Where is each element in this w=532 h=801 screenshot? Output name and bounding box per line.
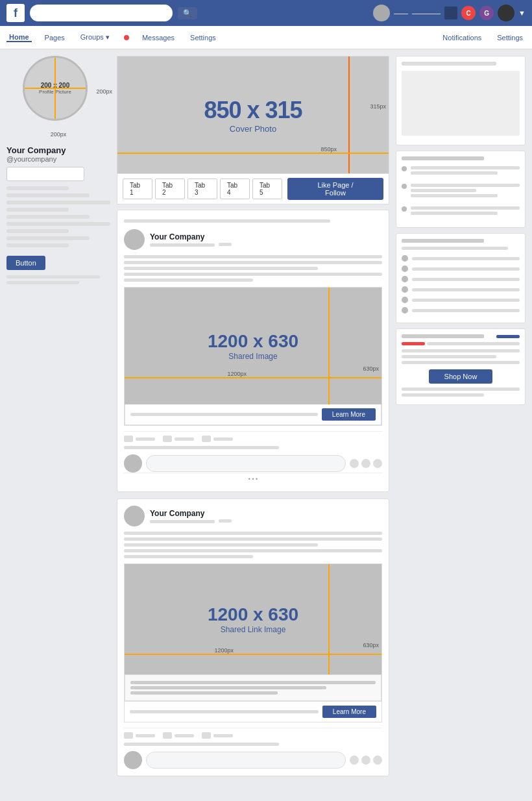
right-card-2	[396, 151, 526, 228]
like-label-2	[136, 734, 155, 737]
r3-icon-1	[402, 255, 408, 262]
right-line-1b	[411, 171, 498, 175]
like-page-button[interactable]: Like Page / Follow	[287, 178, 383, 200]
post-1-comment-action[interactable]	[163, 436, 194, 442]
sidebar-line-10	[6, 275, 100, 278]
post-2-link-label: Shared Link Image	[221, 625, 286, 634]
sponsor-bottom-line-1	[402, 388, 520, 391]
share-icon	[202, 436, 211, 442]
post-2-comments-line	[124, 743, 279, 746]
post-2-line-4	[124, 549, 382, 552]
sponsor-card: Shop Now	[396, 328, 526, 405]
nav-settings-circle[interactable]	[498, 5, 514, 21]
page-tab-2[interactable]: Tab 2	[155, 179, 185, 199]
post-2-header: Your Company	[124, 506, 382, 526]
post-2-width-label: 1200px	[215, 647, 234, 654]
nav-message-badge[interactable]: G	[479, 6, 494, 20]
sec-nav-messages[interactable]: Messages	[139, 34, 177, 42]
profile-section: Your Company @yourcompany	[6, 145, 110, 181]
page-tab-4[interactable]: Tab 4	[220, 179, 250, 199]
sponsor-text-lines	[402, 349, 520, 364]
r3-icon-4	[402, 286, 408, 293]
post-1-image-dims: 1200 x 630	[208, 331, 298, 352]
post-1-line-5	[124, 278, 253, 282]
photo-icon[interactable]	[361, 459, 370, 468]
nav-red-dot	[124, 35, 129, 40]
post-1-like-action[interactable]	[124, 436, 155, 442]
post-1-header: Your Company	[124, 229, 382, 250]
r3-line-5	[412, 299, 520, 302]
post-1-meta-line	[150, 243, 215, 247]
list-lines-3	[411, 204, 520, 217]
post-2-comment-icons	[350, 756, 382, 765]
post-2-avatar	[124, 506, 145, 526]
post-2-comment-input[interactable]	[146, 752, 346, 769]
right-card-1-header	[402, 62, 496, 66]
cover-h-line	[117, 153, 389, 154]
post-2-share-action[interactable]	[202, 732, 233, 739]
photo-icon-2[interactable]	[361, 756, 370, 765]
share-label-2	[213, 734, 233, 737]
post-1-img-v-line	[328, 288, 330, 404]
sidebar-line-1	[6, 186, 69, 190]
sidebar-line-7	[6, 229, 69, 233]
post-1-line-3	[124, 267, 318, 270]
sponsor-line-3	[402, 361, 520, 364]
list-lines-1	[411, 164, 520, 177]
sidebar-line-5	[6, 215, 90, 219]
post-1-actions	[124, 431, 382, 442]
sec-nav-right2[interactable]: Settings	[494, 34, 526, 42]
post-1-share-action[interactable]	[202, 436, 233, 442]
sidebar-action-button[interactable]: Button	[6, 256, 45, 270]
post-2-img-v-line	[328, 564, 330, 674]
cover-photo-container: 850 x 315 Cover Photo 315px 850px Tab 1 …	[117, 56, 389, 204]
link-footer-line-3	[130, 691, 278, 695]
sponsor-link[interactable]	[496, 335, 520, 338]
post-1-comment-avatar	[124, 454, 142, 473]
right-list-item-2	[402, 182, 520, 199]
emoji-icon-2[interactable]	[350, 756, 359, 765]
share-label	[213, 437, 233, 441]
page-tab-1[interactable]: Tab 1	[123, 179, 152, 199]
post-1-comment-input[interactable]	[146, 455, 346, 472]
profile-search-input[interactable]	[6, 167, 84, 181]
company-name: Your Company	[6, 145, 110, 155]
post-2-learn-more-btn[interactable]: Learn More	[322, 706, 376, 718]
sponsor-title	[402, 334, 484, 338]
page-tab-3[interactable]: Tab 3	[187, 179, 217, 199]
right-card-3	[396, 233, 526, 323]
search-button[interactable]: 🔍	[178, 7, 197, 19]
post-2-footer-row: Learn More	[124, 702, 382, 722]
post-1-shared-image: 1200 x 630 Shared Image 630px 1200px Lea…	[124, 287, 382, 426]
search-input[interactable]	[30, 5, 173, 21]
cover-width-label: 850px	[320, 146, 337, 153]
link-footer-line-1	[130, 681, 376, 684]
post-1-line-4	[124, 273, 382, 276]
sec-nav-pages[interactable]: Pages	[42, 34, 67, 42]
gif-icon-2[interactable]	[373, 756, 382, 765]
post-2-comment-action[interactable]	[163, 732, 194, 739]
list-lines-2	[411, 182, 520, 199]
right-card-1-body	[402, 71, 520, 136]
page-tab-5[interactable]: Tab 5	[252, 179, 282, 199]
post-2-like-action[interactable]	[124, 732, 155, 739]
link-footer-line-2	[130, 686, 326, 689]
right-card-3-row-1	[402, 255, 520, 262]
right-card-3-row-6	[402, 307, 520, 314]
sponsor-shop-button[interactable]: Shop Now	[429, 369, 493, 384]
post-2-author-info: Your Company	[150, 509, 232, 523]
emoji-icon[interactable]	[350, 459, 359, 468]
sec-nav-right1[interactable]: Notifications	[440, 34, 484, 42]
r3-icon-5	[402, 297, 408, 303]
right-card-3-row-4	[402, 286, 520, 293]
nav-notification-badge[interactable]: C	[461, 6, 476, 20]
post-1-label: • • •	[124, 473, 382, 485]
post-1-learn-more-btn[interactable]: Learn More	[322, 408, 376, 421]
nav-dropdown[interactable]: ▼	[518, 9, 526, 17]
sec-nav-groups[interactable]: Groups ▾	[78, 33, 112, 42]
top-nav: f 🔍 —— ———— C G ▼	[0, 0, 532, 26]
sec-nav-home[interactable]: Home	[6, 33, 32, 42]
sponsor-line-2	[402, 355, 496, 358]
sec-nav-settings[interactable]: Settings	[187, 34, 219, 42]
gif-icon[interactable]	[373, 459, 382, 468]
